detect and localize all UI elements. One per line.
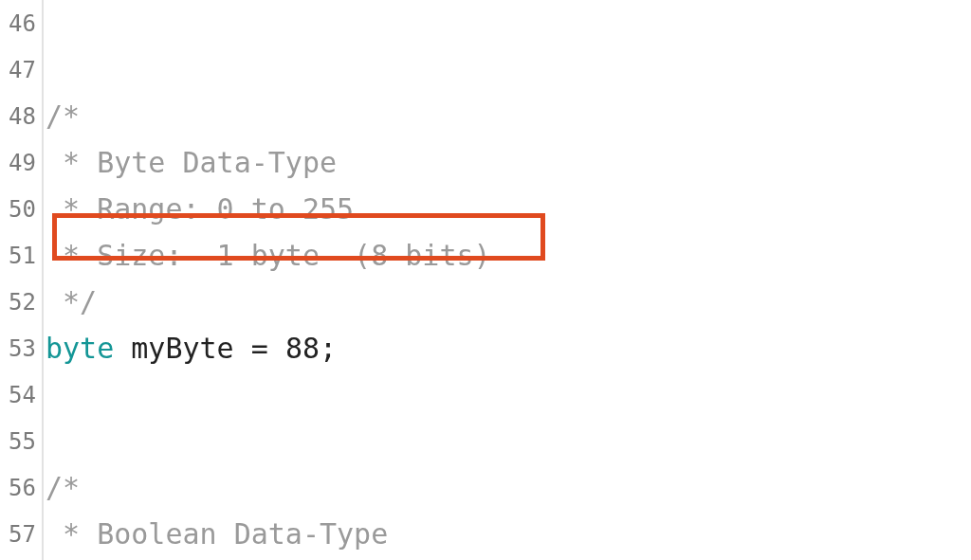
line-number: 55 [0,418,38,464]
code-line[interactable]: * Range: 0 to 255 [46,186,971,232]
code-token: /* [46,474,80,502]
line-number: 51 [0,232,38,279]
code-line[interactable]: * Byte Data-Type [46,139,971,186]
code-token: * Byte Data-Type [46,149,337,177]
code-token: ; [320,334,337,363]
line-number: 52 [0,279,38,325]
code-area[interactable]: /* * Byte Data-Type * Range: 0 to 255 * … [44,0,971,560]
code-line[interactable] [46,46,971,93]
line-number: 53 [0,325,38,371]
line-number: 48 [0,93,38,139]
code-token: = [234,334,285,363]
code-token: myByte [131,334,233,363]
code-token: */ [46,288,97,316]
line-number: 57 [0,511,38,557]
code-line[interactable]: * Size: 1 byte (8 bits) [46,232,971,279]
code-line[interactable] [46,418,971,464]
code-token: byte [46,334,114,363]
code-token [114,334,131,363]
line-number: 47 [0,46,38,93]
code-line[interactable]: * Boolean Data-Type [46,511,971,557]
code-line[interactable] [46,0,971,46]
code-line[interactable]: */ [46,279,971,325]
code-token: * Size: 1 byte (8 bits) [46,242,491,270]
code-line[interactable]: /* [46,93,971,139]
code-token: /* [46,102,80,131]
line-number: 49 [0,139,38,186]
code-line[interactable]: byte myByte = 88; [46,325,971,371]
line-number: 54 [0,371,38,418]
code-editor[interactable]: 464748495051525354555657 /* * Byte Data-… [0,0,971,560]
code-token: * Boolean Data-Type [46,520,388,549]
code-line[interactable]: /* [46,464,971,511]
line-number: 46 [0,0,38,46]
code-line[interactable] [46,371,971,418]
line-number: 56 [0,464,38,511]
code-token: * Range: 0 to 255 [46,195,354,224]
line-number-gutter: 464748495051525354555657 [0,0,44,560]
code-token: 88 [285,334,320,363]
line-number: 50 [0,186,38,232]
